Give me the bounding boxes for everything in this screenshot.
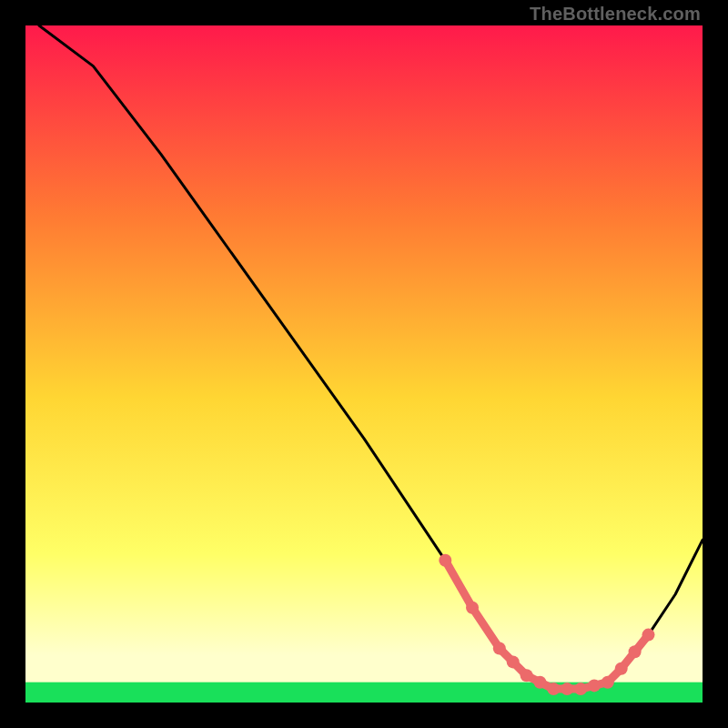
marker-dot (574, 682, 587, 695)
marker-dot (439, 554, 451, 567)
watermark-text: TheBottleneck.com (530, 4, 701, 25)
marker-dot (507, 655, 520, 668)
chart-frame (25, 25, 703, 703)
chart-panel (25, 25, 703, 703)
marker-dot (547, 682, 560, 695)
marker-dot (521, 669, 533, 682)
marker-dot (629, 645, 642, 658)
marker-dot (533, 676, 546, 689)
marker-dot (615, 662, 628, 675)
marker-dot (602, 676, 614, 689)
gradient-background (25, 25, 703, 703)
marker-dot (466, 602, 479, 614)
marker-dot (642, 629, 655, 642)
marker-dot (561, 682, 573, 695)
marker-dot (588, 679, 601, 692)
marker-dot (493, 642, 506, 655)
